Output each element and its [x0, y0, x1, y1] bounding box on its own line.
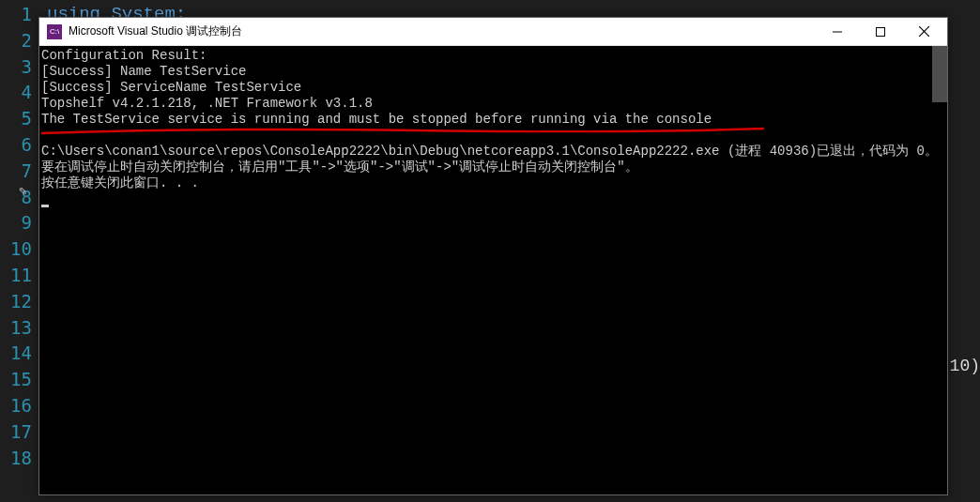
- window-title: Microsoft Visual Studio 调试控制台: [69, 23, 816, 39]
- edit-indicator-icon: ✎: [19, 183, 26, 199]
- close-button[interactable]: [902, 18, 945, 45]
- line-number: 18: [0, 446, 38, 472]
- line-number: 9: [0, 210, 38, 236]
- text-cursor: [41, 205, 49, 207]
- console-output-line: 要在调试停止时自动关闭控制台，请启用"工具"->"选项"->"调试"->"调试停…: [41, 160, 945, 175]
- cursor-line: [41, 191, 945, 207]
- app-icon: C:\: [47, 24, 62, 39]
- debug-console-window: C:\ Microsoft Visual Studio 调试控制台 Config…: [38, 17, 948, 495]
- minimize-button[interactable]: [816, 18, 859, 45]
- console-body[interactable]: Configuration Result:[Success] Name Test…: [39, 46, 947, 494]
- console-output-line: 按任意键关闭此窗口. . .: [41, 175, 945, 191]
- line-number: 2: [0, 28, 38, 54]
- maximize-button[interactable]: [859, 18, 902, 45]
- line-number: 14: [0, 341, 38, 367]
- svg-rect-1: [877, 27, 885, 36]
- line-number: 4: [0, 80, 38, 106]
- line-number: 13: [0, 315, 38, 342]
- line-number: 12: [0, 289, 38, 315]
- line-number: 1: [0, 2, 38, 28]
- line-number: 3: [0, 54, 38, 81]
- line-number: 17: [0, 419, 38, 446]
- console-output-line: C:\Users\conan1\source\repos\ConsoleApp2…: [41, 144, 945, 160]
- line-number: 6: [0, 132, 38, 159]
- close-icon: [919, 26, 929, 37]
- console-output-line: Topshelf v4.2.1.218, .NET Framework v3.1…: [41, 96, 945, 112]
- window-controls: [816, 18, 945, 45]
- editor-gutter: 123456789101112131415161718: [0, 0, 38, 502]
- line-number: 15: [0, 367, 38, 393]
- minimize-icon: [833, 27, 842, 37]
- line-number: 16: [0, 393, 38, 419]
- console-output-line: [Success] Name TestService: [41, 64, 945, 80]
- console-output-line: [41, 128, 945, 144]
- code-fragment-right: 10): [950, 357, 980, 375]
- console-output-line: The TestService service is running and m…: [41, 112, 945, 128]
- window-titlebar[interactable]: C:\ Microsoft Visual Studio 调试控制台: [39, 18, 947, 46]
- line-number: 11: [0, 263, 38, 289]
- line-number: 7: [0, 159, 38, 185]
- scrollbar-thumb[interactable]: [932, 46, 947, 102]
- line-number: 5: [0, 106, 38, 132]
- console-output-line: [Success] ServiceName TestService: [41, 80, 945, 96]
- maximize-icon: [876, 27, 885, 37]
- line-number: 10: [0, 236, 38, 263]
- console-output-line: Configuration Result:: [41, 48, 945, 64]
